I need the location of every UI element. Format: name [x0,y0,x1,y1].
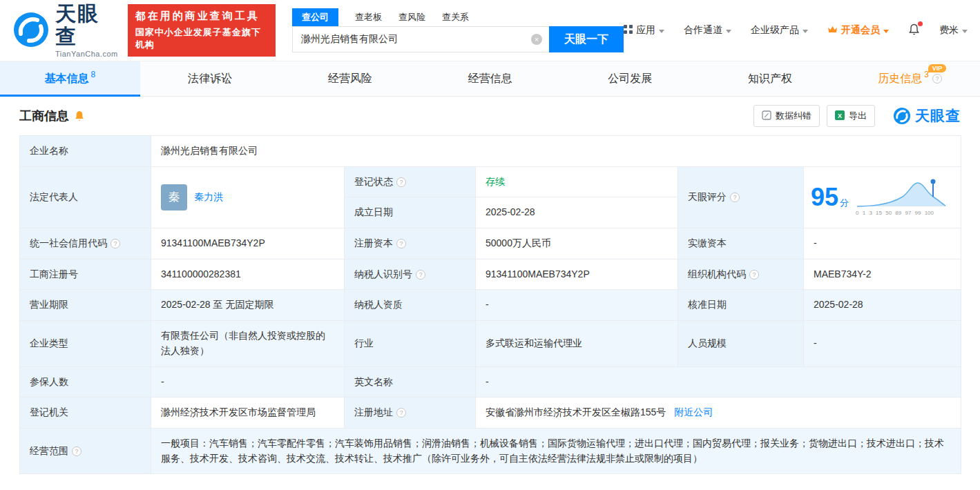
search-input[interactable] [292,26,549,52]
nav-cooperation[interactable]: 合作通道 [684,24,731,37]
field-value-reg-capital: 50000万人民币 [476,228,678,259]
chevron-down-icon [962,30,968,33]
search-tab-relation[interactable]: 查关系 [442,8,469,26]
logo-title: 天眼查 [55,2,118,48]
field-value-taxpayer-id: 91341100MAEB734Y2P [476,259,678,290]
company-tabbar: 基本信息 8 法律诉讼 经营风险 经营信息 公司发展 知识产权 VIP 历史信息… [0,61,980,97]
help-icon[interactable]: ? [749,270,759,280]
vip-badge: VIP [928,64,947,72]
tab-basic-info[interactable]: 基本信息 8 [0,61,140,96]
chevron-down-icon [803,30,808,33]
notification-dot [918,21,923,26]
nav-enterprise-products[interactable]: 企业级产品 [751,24,808,37]
field-label-legal-rep: 法定代表人 [20,166,151,228]
banner-line2: 国家中小企业发展子基金旗下机构 [135,26,268,51]
field-value-industry: 多式联运和运输代理业 [476,321,678,366]
export-button[interactable]: X 导出 [827,105,875,127]
field-value-reg-authority: 滁州经济技术开发区市场监督管理局 [151,398,345,429]
field-label-reg-authority: 登记机关 [20,398,151,429]
field-label-company-type: 企业类型 [20,321,151,366]
watermark-text: 天眼查 [915,106,961,126]
banner-line1: 都在用的商业查询工具 [135,10,268,23]
field-value-english-name: - [476,366,961,398]
tab-history-count: 3 [924,70,929,79]
notification-bell[interactable] [908,23,920,38]
tab-basic-info-label: 基本信息 [45,72,89,86]
table-row: 企业类型 有限责任公司（非自然人投资或控股的法人独资） 行业 多式联运和运输代理… [20,321,961,366]
crown-icon [827,25,838,36]
search-tab-boss[interactable]: 查老板 [355,8,382,26]
data-correction-button[interactable]: 数据纠错 [753,105,820,127]
tab-operating-info[interactable]: 经营信息 [420,61,560,96]
clear-search-icon[interactable]: × [531,34,542,45]
score-number: 95分 [811,185,849,210]
status-badge: 存续 [486,176,505,187]
help-icon[interactable]: ? [111,239,120,248]
table-row: 统一社会信用代码? 91341100MAEB734Y2P 注册资本? 50000… [20,228,961,259]
legal-rep-link[interactable]: 秦力洪 [194,190,223,205]
field-value-approval-date: 2025-02-28 [804,290,961,321]
logo-subtitle: TianYanCha.com [55,50,118,58]
business-info-table: 企业名称 滁州光启销售有限公司 法定代表人 秦 秦力洪 登记状态? 存续 [19,135,961,474]
help-icon[interactable]: ? [730,193,740,202]
field-label-industry: 行业 [345,321,476,366]
nav-cooperation-label: 合作通道 [684,24,722,37]
tab-operating-risk[interactable]: 经营风险 [280,61,420,96]
table-row: 法定代表人 秦 秦力洪 登记状态? 存续 天眼评分? [20,166,961,197]
field-value-score: 95分 0 1 3 15 50 89 97 99 100 [804,166,961,228]
field-label-english-name: 英文名称 [345,366,476,398]
svg-text:X: X [838,112,842,119]
table-row: 企业名称 滁州光启销售有限公司 [20,136,961,167]
help-icon[interactable]: ? [72,447,81,456]
tab-intellectual-property[interactable]: 知识产权 [700,61,840,96]
field-value-company-name: 滁州光启销售有限公司 [151,136,961,167]
field-label-business-scope: 经营范围? [20,428,151,473]
nav-user-account[interactable]: 费米 [939,24,968,37]
field-value-insured-count: - [151,366,345,398]
search-button[interactable]: 天眼一下 [549,26,624,52]
help-icon[interactable]: ? [396,239,406,248]
search-tab-company[interactable]: 查公司 [292,8,338,26]
tab-company-development[interactable]: 公司发展 [560,61,700,96]
section-actions: 数据纠错 X 导出 天眼查 [753,105,961,127]
nav-apps[interactable]: 应用 [624,24,664,37]
field-label-reg-number: 工商注册号 [20,259,151,290]
field-value-org-code: MAEB734Y-2 [804,259,961,290]
apps-grid-icon [624,25,633,36]
field-label-staff-size: 人员规模 [678,321,804,366]
section-title: 工商信息 [19,108,69,124]
tianyancha-logo: 天眼查 TianYanCha.com [12,2,118,58]
header-nav: 应用 合作通道 企业级产品 开通会员 费米 [624,23,968,38]
table-row: 参保人数 - 英文名称 - [20,366,961,398]
tab-legal-litigation[interactable]: 法律诉讼 [140,61,280,96]
chevron-down-icon [659,30,664,33]
table-row: 营业期限 2025-02-28 至 无固定期限 纳税人资质 - 核准日期 202… [20,290,961,321]
nav-open-vip[interactable]: 开通会员 [827,24,889,37]
field-label-reg-status: 登记状态? [345,166,476,197]
help-icon[interactable]: ? [396,408,406,418]
field-value-paid-capital: - [804,228,961,259]
search-tabs: 查公司 查老板 查风险 查关系 [292,8,624,26]
score-axis-labels: 0 1 3 15 50 89 97 99 100 [856,209,947,217]
table-row: 经营范围? 一般项目：汽车销售；汽车零配件零售；汽车装饰用品销售；润滑油销售；机… [20,428,961,473]
help-icon[interactable]: ? [416,270,425,280]
field-value-reg-address: 安徽省滁州市经济技术开发区全椒路155号 附近公司 [476,398,961,429]
subscribe-bell-icon[interactable] [74,110,85,122]
nav-vip-label: 开通会员 [841,24,880,37]
field-label-org-code: 组织机构代码? [678,259,804,290]
nav-apps-label: 应用 [636,24,655,37]
help-icon[interactable]: ? [932,74,942,84]
search-tab-risk[interactable]: 查风险 [398,8,425,26]
field-label-company-name: 企业名称 [20,136,151,167]
chevron-down-icon [883,30,889,33]
field-label-taxpayer-quality: 纳税人资质 [345,290,476,321]
main-content: 工商信息 数据纠错 X [0,97,980,474]
tianyancha-watermark: 天眼查 [893,106,961,126]
nearby-companies-link[interactable]: 附近公司 [674,406,713,418]
tab-history-info[interactable]: VIP 历史信息 3 ? [840,61,980,96]
field-label-reg-address: 注册地址? [345,398,476,429]
field-label-insured-count: 参保人数 [20,366,151,398]
field-value-taxpayer-quality: - [476,290,678,321]
field-label-paid-capital: 实缴资本 [678,228,804,259]
help-icon[interactable]: ? [396,177,406,187]
